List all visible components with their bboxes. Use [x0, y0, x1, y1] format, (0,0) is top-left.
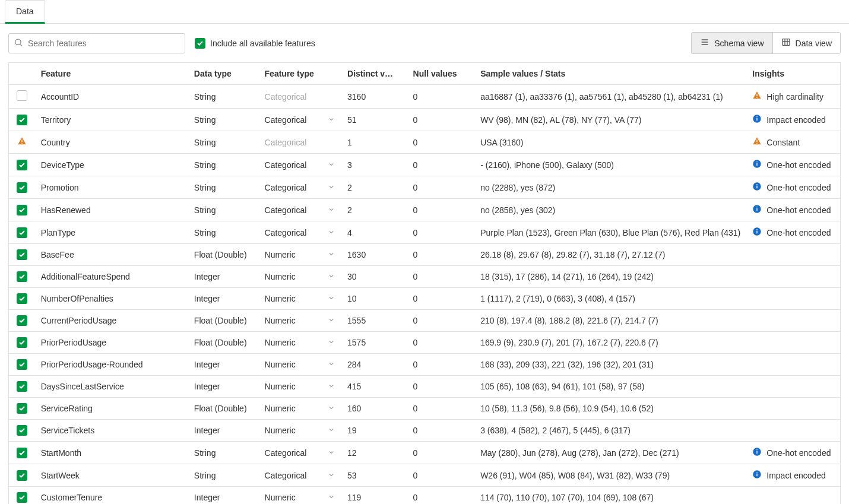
table-row[interactable]: PromotionStringCategorical20no (2288), y… [9, 176, 841, 199]
feature-type-select[interactable]: Numeric [259, 376, 342, 398]
feature-type-select[interactable]: Numeric [259, 310, 342, 332]
row-status[interactable] [9, 154, 35, 176]
distinct-values: 1575 [341, 332, 407, 354]
svg-point-0 [15, 39, 21, 45]
row-status[interactable] [9, 420, 35, 442]
data-type: Integer [188, 487, 259, 505]
col-header-nulls[interactable]: Null values [407, 63, 475, 85]
null-values: 0 [407, 354, 475, 376]
distinct-values: 19 [341, 420, 407, 442]
table-row[interactable]: CurrentPeriodUsageFloat (Double)Numeric1… [9, 310, 841, 332]
row-status[interactable] [9, 376, 35, 398]
insight [746, 266, 840, 288]
checkbox-checked-icon [17, 160, 27, 170]
schema-view-icon [700, 37, 709, 49]
null-values: 0 [407, 376, 475, 398]
table-row[interactable]: AdditionalFeatureSpendIntegerNumeric3001… [9, 266, 841, 288]
data-view-button[interactable]: Data view [772, 33, 840, 53]
distinct-values: 30 [341, 266, 407, 288]
table-row[interactable]: StartMonthStringCategorical120May (280),… [9, 442, 841, 464]
chevron-down-icon [328, 471, 335, 480]
row-status[interactable] [9, 266, 35, 288]
table-row[interactable]: BaseFeeFloat (Double)Numeric1630026.18 (… [9, 244, 841, 266]
table-row[interactable]: ServiceRatingFloat (Double)Numeric160010… [9, 398, 841, 420]
row-status[interactable] [9, 221, 35, 244]
feature-type-select[interactable]: Categorical [259, 464, 342, 487]
col-header-feature[interactable]: Feature [35, 63, 188, 85]
checkbox-checked-icon [17, 492, 27, 503]
svg-rect-10 [757, 97, 758, 98]
include-label: Include all available features [210, 39, 315, 48]
feature-type-select[interactable]: Categorical [259, 442, 342, 464]
table-row[interactable]: StartWeekStringCategorical530W26 (91), W… [9, 464, 841, 487]
null-values: 0 [407, 199, 475, 221]
table-row[interactable]: PriorPeriodUsageFloat (Double)Numeric157… [9, 332, 841, 354]
schema-view-button[interactable]: Schema view [692, 33, 772, 53]
row-status[interactable] [9, 398, 35, 420]
row-status[interactable] [9, 310, 35, 332]
table-row[interactable]: DeviceTypeStringCategorical30- (2160), i… [9, 154, 841, 176]
table-row[interactable]: NumberOfPenaltiesIntegerNumeric1001 (111… [9, 288, 841, 310]
col-header-insights[interactable]: Insights [746, 63, 840, 85]
feature-type-select[interactable]: Categorical [259, 199, 342, 221]
feature-type-label: Categorical [265, 160, 307, 170]
row-status[interactable] [9, 354, 35, 376]
row-status[interactable] [9, 487, 35, 505]
table-row[interactable]: HasRenewedStringCategorical20no (2858), … [9, 199, 841, 221]
feature-type-select[interactable]: Numeric [259, 420, 342, 442]
feature-type-select[interactable]: Numeric [259, 288, 342, 310]
null-values: 0 [407, 221, 475, 244]
row-status[interactable] [9, 332, 35, 354]
svg-line-1 [20, 44, 22, 46]
feature-type-select[interactable]: Numeric [259, 244, 342, 266]
feature-type-label: Numeric [265, 382, 296, 391]
tab-data[interactable]: Data [5, 0, 45, 24]
feature-type-select[interactable]: Numeric [259, 354, 342, 376]
table-row[interactable]: DaysSinceLastServiceIntegerNumeric415010… [9, 376, 841, 398]
feature-type-select[interactable]: Categorical [259, 176, 342, 199]
feature-type-select[interactable]: Numeric [259, 398, 342, 420]
tab-label: Data [16, 7, 34, 16]
table-row[interactable]: CountryStringCategorical10USA (3160)Cons… [9, 131, 841, 154]
row-status[interactable] [9, 109, 35, 131]
sample-values: 169.9 (9), 230.9 (7), 201 (7), 167.2 (7)… [474, 332, 746, 354]
table-row[interactable]: ServiceTicketsIntegerNumeric1903 (638), … [9, 420, 841, 442]
feature-name: StartWeek [35, 464, 188, 487]
row-status[interactable] [9, 244, 35, 266]
search-input[interactable] [8, 33, 185, 53]
feature-type-select[interactable]: Numeric [259, 487, 342, 505]
svg-rect-19 [757, 163, 758, 166]
row-status[interactable] [9, 199, 35, 221]
feature-type-select[interactable]: Categorical [259, 109, 342, 131]
checkbox-unchecked-icon [17, 90, 27, 101]
row-status[interactable] [9, 288, 35, 310]
col-header-data-type[interactable]: Data type [188, 63, 259, 85]
feature-name: ServiceTickets [35, 420, 188, 442]
table-row[interactable]: PriorPeriodUsage-RoundedIntegerNumeric28… [9, 354, 841, 376]
sample-values: 3 (638), 4 (582), 2 (467), 5 (445), 6 (3… [474, 420, 746, 442]
feature-type-select[interactable]: Numeric [259, 266, 342, 288]
row-status[interactable] [9, 442, 35, 464]
chevron-down-icon [328, 160, 335, 170]
row-status[interactable] [9, 176, 35, 199]
feature-type-select[interactable]: Categorical [259, 221, 342, 244]
insight: One-hot encoded [746, 176, 840, 199]
chevron-down-icon [328, 404, 335, 413]
row-status[interactable] [9, 464, 35, 487]
col-header-sample[interactable]: Sample values / Stats [474, 63, 746, 85]
info-icon [752, 182, 762, 193]
include-all-features[interactable]: Include all available features [195, 38, 315, 49]
table-row[interactable]: PlanTypeStringCategorical40Purple Plan (… [9, 221, 841, 244]
col-header-distinct[interactable]: Distinct v… [341, 63, 407, 85]
data-type: Float (Double) [188, 398, 259, 420]
table-row[interactable]: AccountIDStringCategorical31600aa16887 (… [9, 85, 841, 109]
insight: Impact encoded [746, 109, 840, 131]
table-row[interactable]: TerritoryStringCategorical510WV (98), MN… [9, 109, 841, 131]
col-header-feature-type[interactable]: Feature type [259, 63, 342, 85]
row-status[interactable] [9, 85, 35, 109]
feature-type-select[interactable]: Numeric [259, 332, 342, 354]
row-status[interactable] [9, 131, 35, 154]
feature-type-select[interactable]: Categorical [259, 154, 342, 176]
insight: One-hot encoded [746, 154, 840, 176]
table-row[interactable]: CustomerTenureIntegerNumeric1190114 (70)… [9, 487, 841, 505]
